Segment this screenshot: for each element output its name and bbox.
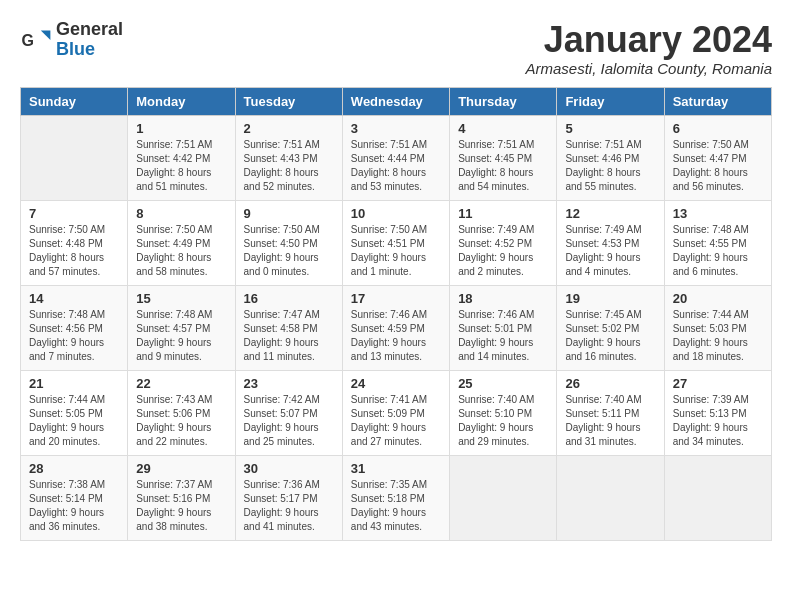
day-info: Sunrise: 7:44 AM Sunset: 5:03 PM Dayligh… <box>673 308 763 364</box>
day-number: 8 <box>136 206 226 221</box>
day-number: 3 <box>351 121 441 136</box>
logo-icon: G <box>20 24 52 56</box>
calendar-cell: 31Sunrise: 7:35 AM Sunset: 5:18 PM Dayli… <box>342 455 449 540</box>
day-info: Sunrise: 7:40 AM Sunset: 5:10 PM Dayligh… <box>458 393 548 449</box>
svg-text:G: G <box>22 32 34 49</box>
svg-marker-1 <box>41 30 51 40</box>
day-info: Sunrise: 7:46 AM Sunset: 4:59 PM Dayligh… <box>351 308 441 364</box>
day-number: 4 <box>458 121 548 136</box>
calendar-cell: 15Sunrise: 7:48 AM Sunset: 4:57 PM Dayli… <box>128 285 235 370</box>
header-monday: Monday <box>128 87 235 115</box>
day-info: Sunrise: 7:44 AM Sunset: 5:05 PM Dayligh… <box>29 393 119 449</box>
calendar-cell: 8Sunrise: 7:50 AM Sunset: 4:49 PM Daylig… <box>128 200 235 285</box>
day-number: 14 <box>29 291 119 306</box>
calendar-cell <box>450 455 557 540</box>
day-info: Sunrise: 7:48 AM Sunset: 4:56 PM Dayligh… <box>29 308 119 364</box>
calendar-cell: 13Sunrise: 7:48 AM Sunset: 4:55 PM Dayli… <box>664 200 771 285</box>
header-friday: Friday <box>557 87 664 115</box>
calendar-cell: 1Sunrise: 7:51 AM Sunset: 4:42 PM Daylig… <box>128 115 235 200</box>
calendar-cell: 30Sunrise: 7:36 AM Sunset: 5:17 PM Dayli… <box>235 455 342 540</box>
day-info: Sunrise: 7:51 AM Sunset: 4:44 PM Dayligh… <box>351 138 441 194</box>
calendar-title: January 2024 <box>526 20 772 60</box>
page-header: G General Blue January 2024 Armasesti, I… <box>20 20 772 77</box>
day-info: Sunrise: 7:45 AM Sunset: 5:02 PM Dayligh… <box>565 308 655 364</box>
calendar-cell: 17Sunrise: 7:46 AM Sunset: 4:59 PM Dayli… <box>342 285 449 370</box>
day-info: Sunrise: 7:47 AM Sunset: 4:58 PM Dayligh… <box>244 308 334 364</box>
day-number: 7 <box>29 206 119 221</box>
calendar-cell: 16Sunrise: 7:47 AM Sunset: 4:58 PM Dayli… <box>235 285 342 370</box>
day-info: Sunrise: 7:51 AM Sunset: 4:42 PM Dayligh… <box>136 138 226 194</box>
calendar-cell: 18Sunrise: 7:46 AM Sunset: 5:01 PM Dayli… <box>450 285 557 370</box>
header-sunday: Sunday <box>21 87 128 115</box>
calendar-cell: 24Sunrise: 7:41 AM Sunset: 5:09 PM Dayli… <box>342 370 449 455</box>
calendar-cell: 7Sunrise: 7:50 AM Sunset: 4:48 PM Daylig… <box>21 200 128 285</box>
calendar-cell: 20Sunrise: 7:44 AM Sunset: 5:03 PM Dayli… <box>664 285 771 370</box>
day-info: Sunrise: 7:50 AM Sunset: 4:47 PM Dayligh… <box>673 138 763 194</box>
calendar-cell: 4Sunrise: 7:51 AM Sunset: 4:45 PM Daylig… <box>450 115 557 200</box>
day-info: Sunrise: 7:48 AM Sunset: 4:55 PM Dayligh… <box>673 223 763 279</box>
header-saturday: Saturday <box>664 87 771 115</box>
calendar-week-row: 7Sunrise: 7:50 AM Sunset: 4:48 PM Daylig… <box>21 200 772 285</box>
day-number: 28 <box>29 461 119 476</box>
calendar-cell: 23Sunrise: 7:42 AM Sunset: 5:07 PM Dayli… <box>235 370 342 455</box>
day-number: 12 <box>565 206 655 221</box>
day-number: 27 <box>673 376 763 391</box>
calendar-cell: 9Sunrise: 7:50 AM Sunset: 4:50 PM Daylig… <box>235 200 342 285</box>
day-number: 9 <box>244 206 334 221</box>
header-thursday: Thursday <box>450 87 557 115</box>
day-number: 2 <box>244 121 334 136</box>
title-area: January 2024 Armasesti, Ialomita County,… <box>526 20 772 77</box>
calendar-cell: 3Sunrise: 7:51 AM Sunset: 4:44 PM Daylig… <box>342 115 449 200</box>
calendar-cell: 26Sunrise: 7:40 AM Sunset: 5:11 PM Dayli… <box>557 370 664 455</box>
day-info: Sunrise: 7:37 AM Sunset: 5:16 PM Dayligh… <box>136 478 226 534</box>
day-info: Sunrise: 7:46 AM Sunset: 5:01 PM Dayligh… <box>458 308 548 364</box>
day-number: 1 <box>136 121 226 136</box>
calendar-cell: 12Sunrise: 7:49 AM Sunset: 4:53 PM Dayli… <box>557 200 664 285</box>
day-number: 10 <box>351 206 441 221</box>
header-wednesday: Wednesday <box>342 87 449 115</box>
day-info: Sunrise: 7:38 AM Sunset: 5:14 PM Dayligh… <box>29 478 119 534</box>
day-info: Sunrise: 7:49 AM Sunset: 4:52 PM Dayligh… <box>458 223 548 279</box>
calendar-cell: 27Sunrise: 7:39 AM Sunset: 5:13 PM Dayli… <box>664 370 771 455</box>
day-number: 19 <box>565 291 655 306</box>
day-info: Sunrise: 7:50 AM Sunset: 4:51 PM Dayligh… <box>351 223 441 279</box>
day-info: Sunrise: 7:35 AM Sunset: 5:18 PM Dayligh… <box>351 478 441 534</box>
logo-general: General <box>56 20 123 40</box>
day-info: Sunrise: 7:50 AM Sunset: 4:49 PM Dayligh… <box>136 223 226 279</box>
calendar-cell: 22Sunrise: 7:43 AM Sunset: 5:06 PM Dayli… <box>128 370 235 455</box>
calendar-cell: 21Sunrise: 7:44 AM Sunset: 5:05 PM Dayli… <box>21 370 128 455</box>
day-number: 31 <box>351 461 441 476</box>
day-number: 15 <box>136 291 226 306</box>
day-info: Sunrise: 7:50 AM Sunset: 4:50 PM Dayligh… <box>244 223 334 279</box>
calendar-cell: 28Sunrise: 7:38 AM Sunset: 5:14 PM Dayli… <box>21 455 128 540</box>
day-number: 29 <box>136 461 226 476</box>
day-info: Sunrise: 7:43 AM Sunset: 5:06 PM Dayligh… <box>136 393 226 449</box>
calendar-cell: 11Sunrise: 7:49 AM Sunset: 4:52 PM Dayli… <box>450 200 557 285</box>
calendar-cell <box>664 455 771 540</box>
calendar-subtitle: Armasesti, Ialomita County, Romania <box>526 60 772 77</box>
calendar-cell: 14Sunrise: 7:48 AM Sunset: 4:56 PM Dayli… <box>21 285 128 370</box>
day-number: 6 <box>673 121 763 136</box>
day-info: Sunrise: 7:40 AM Sunset: 5:11 PM Dayligh… <box>565 393 655 449</box>
header-tuesday: Tuesday <box>235 87 342 115</box>
day-info: Sunrise: 7:41 AM Sunset: 5:09 PM Dayligh… <box>351 393 441 449</box>
day-info: Sunrise: 7:42 AM Sunset: 5:07 PM Dayligh… <box>244 393 334 449</box>
day-number: 26 <box>565 376 655 391</box>
calendar-week-row: 1Sunrise: 7:51 AM Sunset: 4:42 PM Daylig… <box>21 115 772 200</box>
day-number: 16 <box>244 291 334 306</box>
calendar-cell: 6Sunrise: 7:50 AM Sunset: 4:47 PM Daylig… <box>664 115 771 200</box>
day-number: 20 <box>673 291 763 306</box>
calendar-week-row: 28Sunrise: 7:38 AM Sunset: 5:14 PM Dayli… <box>21 455 772 540</box>
day-info: Sunrise: 7:51 AM Sunset: 4:43 PM Dayligh… <box>244 138 334 194</box>
day-info: Sunrise: 7:51 AM Sunset: 4:45 PM Dayligh… <box>458 138 548 194</box>
day-info: Sunrise: 7:36 AM Sunset: 5:17 PM Dayligh… <box>244 478 334 534</box>
calendar-cell: 25Sunrise: 7:40 AM Sunset: 5:10 PM Dayli… <box>450 370 557 455</box>
calendar-cell: 29Sunrise: 7:37 AM Sunset: 5:16 PM Dayli… <box>128 455 235 540</box>
day-number: 22 <box>136 376 226 391</box>
day-number: 5 <box>565 121 655 136</box>
day-info: Sunrise: 7:49 AM Sunset: 4:53 PM Dayligh… <box>565 223 655 279</box>
day-info: Sunrise: 7:39 AM Sunset: 5:13 PM Dayligh… <box>673 393 763 449</box>
logo: G General Blue <box>20 20 123 60</box>
day-number: 30 <box>244 461 334 476</box>
calendar-cell: 2Sunrise: 7:51 AM Sunset: 4:43 PM Daylig… <box>235 115 342 200</box>
